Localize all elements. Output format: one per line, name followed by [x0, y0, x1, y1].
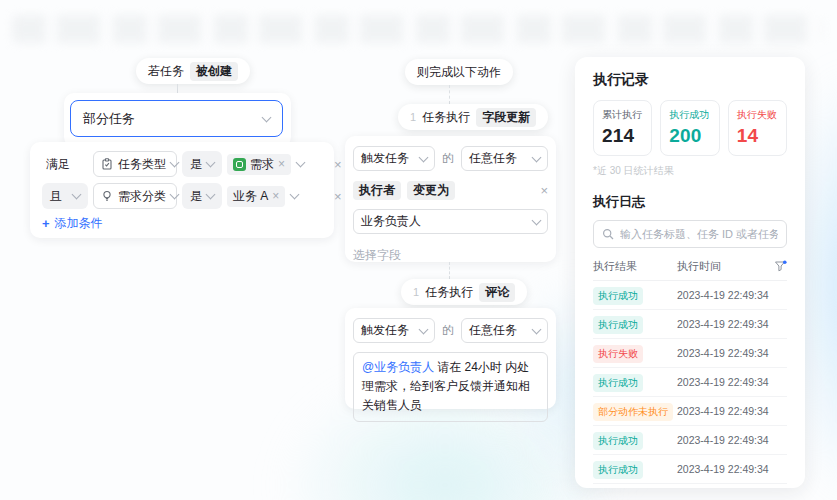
log-row[interactable]: 部分动作未执行2023-4-19 22:49:34	[593, 397, 787, 426]
log-row[interactable]: 执行成功2023-4-19 22:49:34	[593, 310, 787, 339]
stat-failed-executions: 执行失败 14	[728, 100, 787, 156]
automation-builder-screen: 若任务 被创建 部分任务 满足 任务类型 是	[0, 0, 837, 500]
status-badge: 执行失败	[593, 345, 643, 363]
action-2-card: 触发任务 的 任意任务 @业务负责人请在 24小时 内处理需求，给到客户反馈并通…	[345, 308, 556, 409]
action-kind-badge: 评论	[479, 283, 515, 302]
status-badge: 执行成功	[593, 316, 643, 334]
condition-join-value: 且	[50, 188, 62, 205]
condition-row: 且 需求分类 是 业务 A × ×	[42, 183, 322, 209]
condition-row: 满足 任务类型 是 需求 × ×	[42, 151, 322, 177]
condition-value-tag[interactable]: 需求 ×	[227, 154, 291, 175]
stat-total-executions: 累计执行 214	[593, 100, 652, 156]
condition-value-text: 业务 A	[233, 188, 268, 205]
action-type-label: 任务执行	[425, 284, 473, 301]
action-index: 1	[410, 111, 416, 123]
chevron-down-icon	[170, 190, 180, 200]
trigger-task-select[interactable]: 触发任务	[353, 146, 435, 171]
select-field-placeholder[interactable]: 选择字段	[353, 247, 548, 264]
log-row[interactable]: 执行失败2023-4-19 22:49:34	[593, 339, 787, 368]
stat-value: 214	[602, 125, 643, 147]
chevron-down-icon	[532, 324, 542, 334]
action-index: 1	[413, 286, 419, 298]
condition-join-label: 满足	[42, 156, 88, 173]
status-badge: 执行成功	[593, 461, 643, 479]
delete-condition-icon[interactable]: ×	[334, 189, 342, 204]
action-2-pill[interactable]: 1 任务执行 评论	[401, 279, 527, 305]
assignee-value: 业务负责人	[361, 213, 421, 230]
condition-field-select[interactable]: 任务类型	[93, 151, 177, 177]
chevron-down-icon	[170, 158, 180, 168]
condition-join-select[interactable]: 且	[42, 183, 88, 209]
of-label: 的	[442, 150, 454, 167]
filter-funnel-icon[interactable]	[774, 260, 787, 273]
log-search-box[interactable]	[593, 220, 787, 248]
header-result: 执行结果	[593, 259, 677, 274]
connector-line	[449, 85, 450, 104]
log-rows: 执行成功2023-4-19 22:49:34执行成功2023-4-19 22:4…	[593, 281, 787, 484]
log-row[interactable]: 执行成功2023-4-19 22:49:34	[593, 281, 787, 310]
remove-tag-icon[interactable]: ×	[272, 190, 279, 202]
action-1-pill[interactable]: 1 任务执行 字段更新	[398, 104, 548, 130]
task-scope-select[interactable]: 部分任务	[70, 100, 283, 137]
trigger-pill[interactable]: 若任务 被创建	[136, 58, 250, 84]
comment-textbox[interactable]: @业务负责人请在 24小时 内处理需求，给到客户反馈并通知相关销售人员	[353, 352, 548, 422]
log-status-cell: 执行成功	[593, 314, 677, 334]
chevron-down-icon	[419, 152, 429, 162]
condition-value-select[interactable]: 业务 A ×	[227, 186, 325, 207]
any-task-select[interactable]: 任意任务	[461, 146, 548, 171]
stat-label: 执行成功	[669, 108, 710, 122]
blurred-background-content	[12, 15, 822, 43]
condition-value-select[interactable]: 需求 ×	[227, 154, 325, 175]
panel-title: 执行记录	[593, 71, 787, 89]
mention-link[interactable]: @业务负责人	[362, 360, 434, 374]
remove-field-update-icon[interactable]: ×	[540, 183, 548, 198]
condition-field-value: 需求分类	[118, 188, 166, 205]
assignee-select[interactable]: 业务负责人	[353, 209, 548, 234]
log-time: 2023-4-19 22:49:34	[677, 434, 769, 446]
stat-label: 累计执行	[602, 108, 643, 122]
chevron-down-icon	[72, 190, 82, 200]
add-condition-label: 添加条件	[55, 215, 103, 232]
stats-row: 累计执行 214 执行成功 200 执行失败 14	[593, 100, 787, 156]
condition-operator-select[interactable]: 是	[182, 151, 222, 177]
plus-icon: +	[42, 216, 50, 231]
chevron-down-icon	[296, 158, 306, 168]
stat-value: 14	[737, 125, 778, 147]
condition-value-tag[interactable]: 业务 A ×	[227, 186, 285, 207]
chevron-down-icon	[206, 190, 216, 200]
task-type-green-icon	[233, 158, 246, 171]
condition-operator-select[interactable]: 是	[182, 183, 222, 209]
condition-field-select[interactable]: 需求分类	[93, 183, 177, 209]
chevron-down-icon	[262, 112, 272, 122]
chevron-down-icon	[290, 190, 300, 200]
action-1-card: 触发任务 的 任意任务 执行者 变更为 × 业务负责人 选择字段	[345, 136, 556, 262]
log-table-header: 执行结果 执行时间	[593, 252, 787, 281]
status-badge: 执行成功	[593, 374, 643, 392]
log-time: 2023-4-19 22:49:34	[677, 463, 769, 475]
delete-condition-icon[interactable]: ×	[334, 157, 342, 172]
remove-tag-icon[interactable]: ×	[278, 158, 285, 170]
chevron-down-icon	[206, 158, 216, 168]
connector-line	[449, 262, 450, 279]
log-search-input[interactable]	[620, 228, 778, 240]
any-task-select[interactable]: 任意任务	[461, 318, 548, 343]
conditions-card: 满足 任务类型 是 需求 × ×	[30, 142, 334, 238]
lightbulb-icon	[101, 190, 113, 202]
stat-label: 执行失败	[737, 108, 778, 122]
log-row[interactable]: 执行成功2023-4-19 22:49:34	[593, 455, 787, 484]
action-kind-badge: 字段更新	[476, 108, 536, 127]
task-scope-value: 部分任务	[83, 110, 135, 128]
log-row[interactable]: 执行成功2023-4-19 22:49:34	[593, 368, 787, 397]
trigger-task-value: 触发任务	[361, 322, 409, 339]
field-badge: 执行者	[353, 181, 401, 200]
stat-value: 200	[669, 125, 710, 147]
condition-value-text: 需求	[250, 156, 274, 173]
trigger-task-select[interactable]: 触发任务	[353, 318, 435, 343]
condition-operator-value: 是	[190, 188, 202, 205]
change-to-badge: 变更为	[407, 181, 455, 200]
log-row[interactable]: 执行成功2023-4-19 22:49:34	[593, 426, 787, 455]
add-condition-button[interactable]: + 添加条件	[42, 215, 322, 232]
status-badge: 执行成功	[593, 287, 643, 305]
log-time: 2023-4-19 22:49:34	[677, 405, 769, 417]
action-type-label: 任务执行	[422, 109, 470, 126]
